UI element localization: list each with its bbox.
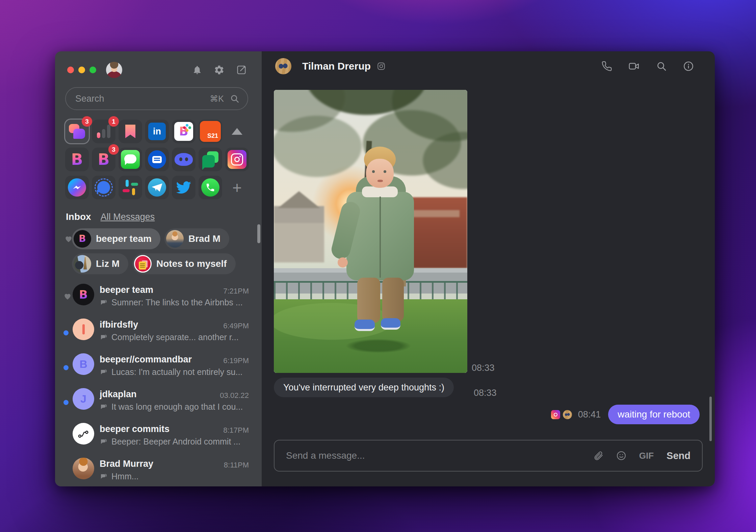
network-tile-whatsapp[interactable] (199, 176, 222, 199)
search-shortcut: ⌘K (210, 94, 224, 104)
notes-icon (134, 255, 152, 273)
chat-list-item[interactable]: ifbirdsfly 6:49PM Completely separate...… (55, 318, 262, 353)
network-tile-slack[interactable] (119, 176, 142, 199)
network-tile-discord[interactable] (172, 148, 195, 171)
bell-icon[interactable] (192, 65, 202, 75)
network-tile-linkedin[interactable]: in (145, 120, 169, 143)
instagram-icon (551, 410, 560, 419)
chat-header: Tilman Drerup (262, 51, 715, 81)
bookmark-icon (125, 125, 135, 138)
commit-graph-icon (78, 428, 89, 439)
chat-avatar[interactable] (275, 58, 291, 74)
chat-preview-icon (100, 333, 108, 341)
chat-preview-icon (100, 403, 108, 411)
gear-icon[interactable] (214, 65, 225, 75)
network-tile-instagram[interactable] (225, 148, 249, 171)
message-composer: GIF Send (274, 440, 703, 472)
collapse-networks-button[interactable] (225, 120, 249, 143)
message-input[interactable] (286, 450, 580, 461)
outgoing-message-bubble[interactable]: waiting for reboot (608, 405, 700, 424)
network-tile-beeper[interactable]: B (65, 148, 89, 171)
beeper-icon: B (71, 152, 83, 167)
send-button[interactable]: Send (667, 450, 690, 461)
chat-list-item[interactable]: Brad Murray 8:11PM Hmm... (55, 457, 262, 486)
network-tile-low-priority[interactable]: 1 (92, 120, 115, 143)
video-icon[interactable] (628, 60, 640, 72)
tab-inbox[interactable]: Inbox (66, 211, 91, 222)
chat-list-item[interactable]: B beeper team 7:21PM Sumner: The links t… (55, 283, 262, 318)
phone-icon[interactable] (601, 61, 612, 72)
chat-scrollbar[interactable] (709, 397, 712, 441)
chat-list-item[interactable]: beeper commits 8:17PM Beeper: Beeper And… (55, 422, 262, 457)
sidebar: ⌘K 3 1 (55, 51, 262, 486)
chat-preview-icon (100, 438, 108, 446)
search-icon (230, 94, 239, 103)
add-network-icon: + (232, 178, 242, 197)
profile-avatar[interactable] (106, 62, 122, 78)
gif-button[interactable]: GIF (639, 451, 654, 461)
unread-dot (63, 365, 69, 370)
chat-preview-icon (100, 368, 108, 376)
search-icon[interactable] (656, 61, 667, 72)
network-tile-all-chats[interactable]: 3 (65, 120, 89, 143)
zoom-button[interactable] (89, 67, 96, 73)
network-tile-google-chat[interactable] (199, 148, 222, 171)
emoji-icon[interactable] (616, 451, 626, 461)
photo-message[interactable] (274, 90, 467, 373)
favorite-chip-brad-m[interactable]: Brad M (164, 228, 229, 249)
network-tile-android-messages[interactable] (145, 148, 169, 171)
network-tile-telegram[interactable] (145, 176, 169, 199)
twitter-icon (176, 180, 191, 195)
beeper-window: ⌘K 3 1 (55, 51, 715, 486)
favorite-chip-notes[interactable]: Notes to myself (132, 253, 236, 274)
minimize-button[interactable] (78, 67, 85, 73)
compose-icon[interactable] (236, 65, 247, 75)
avatar (166, 230, 184, 248)
network-tile-imessage[interactable] (119, 148, 142, 171)
chat-list: B beeper team 7:21PM Sumner: The links t… (55, 283, 262, 486)
avatar: B (74, 230, 91, 248)
unread-badge: 3 (108, 144, 119, 155)
chat-panel: Tilman Drerup (262, 51, 715, 486)
network-tile-beeper-2[interactable]: B 3 (92, 148, 115, 171)
info-icon[interactable] (683, 61, 694, 72)
search-input[interactable] (75, 94, 210, 104)
network-tile-messenger[interactable] (65, 176, 89, 199)
favorites: B beeper team Brad M Liz M No (55, 228, 262, 274)
network-tile-s21[interactable]: S21 (199, 120, 222, 143)
discord-icon (175, 153, 193, 166)
unread-dot (63, 330, 69, 335)
network-tile-beeper-slack[interactable]: B (172, 120, 195, 143)
avatar (73, 319, 94, 340)
message-timestamp: 08:33 (472, 363, 495, 373)
android-messages-icon (148, 150, 166, 169)
add-network-button[interactable]: + (225, 176, 249, 199)
incoming-message-bubble[interactable]: You've interrupted very deep thoughts :) (274, 378, 454, 397)
chat-preview-icon (100, 473, 108, 481)
chat-list-item[interactable]: B beeper//commandbar 6:19PM Lucas: I'm a… (55, 353, 262, 387)
avatar (73, 458, 94, 479)
whatsapp-icon (201, 178, 219, 197)
favorite-chip-beeper-team[interactable]: B beeper team (72, 228, 160, 249)
network-tile-bookmarks[interactable] (119, 120, 142, 143)
chat-list-item[interactable]: J jdkaplan 03.02.22 It was long enough a… (55, 387, 262, 422)
sidebar-header (67, 61, 247, 78)
favorite-chip-liz-m[interactable]: Liz M (72, 253, 128, 274)
outgoing-message-row: 08:41 waiting for reboot (551, 405, 700, 424)
bar-chart-icon (97, 125, 110, 138)
photo-toddler (340, 144, 421, 353)
all-chats-icon (69, 123, 85, 140)
network-tile-twitter[interactable] (172, 176, 195, 199)
sidebar-scrollbar[interactable] (257, 224, 260, 243)
message-timestamp: 08:41 (578, 409, 601, 420)
paperclip-icon[interactable] (593, 451, 603, 461)
heart-icon (64, 234, 73, 245)
avatar: B (73, 353, 94, 375)
messenger-icon (68, 178, 86, 197)
network-tile-signal[interactable] (92, 176, 115, 199)
tab-all-messages[interactable]: All Messages (101, 212, 155, 222)
beeper-icon: B (98, 152, 109, 167)
chat-title: Tilman Drerup (302, 60, 371, 72)
close-button[interactable] (67, 67, 74, 73)
slack-icon (123, 180, 138, 195)
